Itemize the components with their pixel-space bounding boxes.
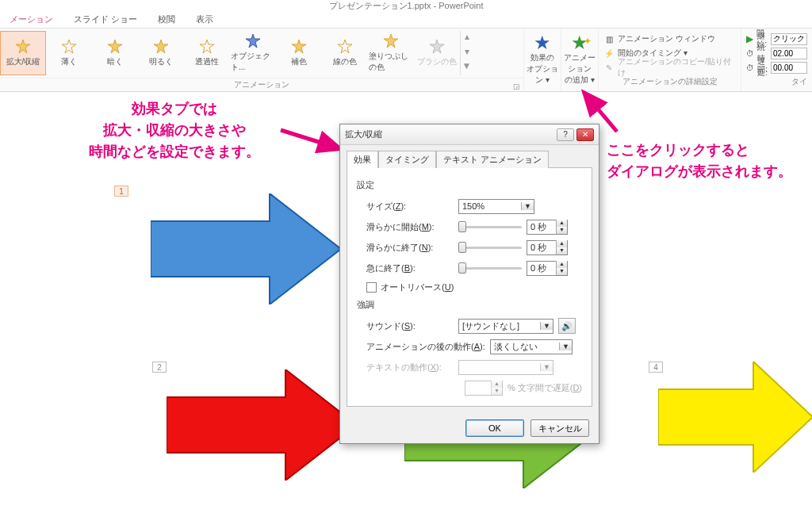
duration-input[interactable]	[771, 48, 807, 59]
star-icon	[61, 39, 77, 55]
svg-marker-4	[200, 40, 214, 53]
gallery-scroll[interactable]: ▴ ▾ ▼	[460, 31, 473, 75]
bounce-end-input[interactable]: 0 秒▲▼	[527, 261, 568, 276]
sound-preview-button[interactable]: 🔊	[558, 318, 576, 334]
shape-arrow-red[interactable]	[167, 369, 357, 480]
svg-marker-7	[338, 40, 352, 53]
svg-marker-1	[62, 40, 76, 53]
play-icon: ▶	[746, 33, 753, 44]
painter-icon: ✎	[603, 63, 615, 72]
group-label-animation: アニメーション ◲	[0, 78, 523, 90]
gallery-item[interactable]: 塗りつぶしの色	[368, 31, 414, 75]
shape-arrow-blue[interactable]	[151, 193, 341, 304]
group-label-advanced: アニメーションの詳細設定	[603, 75, 736, 88]
after-anim-label: アニメーションの後の動作(A):	[366, 341, 485, 353]
section-emphasis: 強調	[357, 299, 582, 311]
label: オプション ▾	[524, 63, 561, 86]
label: アニメーション	[561, 52, 598, 75]
tab-review[interactable]: 校閲	[155, 12, 178, 27]
tab-view[interactable]: 表示	[193, 12, 216, 27]
smooth-start-slider[interactable]	[458, 220, 522, 233]
start-combo[interactable]	[771, 33, 807, 45]
gallery-item[interactable]: 暗く	[92, 31, 138, 75]
svg-marker-0	[16, 40, 30, 53]
svg-marker-14	[151, 193, 341, 304]
smooth-end-input[interactable]: 0 秒▲▼	[527, 240, 568, 255]
animation-order-badge[interactable]: 1	[114, 186, 128, 197]
autoreverse-checkbox[interactable]	[366, 282, 377, 293]
delay-input[interactable]	[771, 62, 807, 74]
annotation-right: ここをクリックすると ダイアログが表示されます。	[607, 140, 812, 182]
smooth-end-slider[interactable]	[458, 241, 522, 254]
pink-arrow-icon	[278, 124, 349, 155]
svg-marker-9	[430, 40, 444, 53]
size-label: サイズ(Z):	[366, 201, 454, 212]
svg-marker-2	[108, 40, 122, 53]
dialog-buttons: OK キャンセル	[340, 413, 599, 443]
gallery-label: 暗く	[107, 56, 123, 67]
advanced-animation-group: ▥アニメーション ウィンドウ ⚡開始のタイミング ▾ ✎アニメーションのコピー/…	[598, 29, 741, 91]
gallery-label: 線の色	[333, 56, 357, 67]
dialog-body: 設定 サイズ(Z): 150%▼ 滑らかに開始(M): 0 秒▲▼ 滑らかに終了…	[347, 167, 592, 407]
tab-animation[interactable]: メーション	[6, 12, 56, 27]
gallery-item[interactable]: 透過性	[184, 31, 230, 75]
bounce-end-label: 急に終了(B):	[366, 262, 454, 274]
gallery-item[interactable]: 薄く	[46, 31, 92, 75]
star-icon: ★	[534, 33, 551, 52]
star-icon	[107, 39, 123, 55]
sound-label: サウンド(S):	[366, 320, 454, 332]
effect-options-button[interactable]: ★ 効果の オプション ▾	[523, 29, 561, 90]
star-icon	[245, 33, 261, 49]
after-anim-combo[interactable]: 淡くしない▼	[490, 339, 573, 354]
tab-timing[interactable]: タイミング	[378, 151, 436, 168]
chevron-down-icon[interactable]: ▼	[540, 322, 553, 330]
chevron-down-icon[interactable]: ▼	[559, 343, 572, 350]
star-icon	[199, 39, 215, 55]
dialog-titlebar[interactable]: 拡大/収縮 ? ✕	[340, 124, 599, 145]
gallery-label: 補色	[291, 56, 307, 67]
ribbon-tab-row: メーション スライド ショー 校閲 表示	[0, 11, 812, 29]
shape-arrow-yellow[interactable]	[658, 362, 812, 473]
svg-marker-15	[167, 369, 357, 480]
gallery-item[interactable]: ブラシの色	[414, 31, 460, 75]
smooth-start-label: 滑らかに開始(M):	[366, 221, 454, 233]
gallery-item-grow[interactable]: 拡大/収縮	[0, 31, 46, 75]
gallery-label: 薄く	[61, 56, 77, 67]
tab-text-animation[interactable]: テキスト アニメーション	[436, 151, 549, 168]
smooth-start-input[interactable]: 0 秒▲▼	[527, 220, 568, 235]
gallery-item[interactable]: 明るく	[138, 31, 184, 75]
svg-line-11	[281, 130, 341, 149]
gallery-item[interactable]: オブジェクト...	[230, 31, 276, 75]
section-settings: 設定	[357, 179, 582, 191]
svg-marker-6	[292, 40, 306, 53]
letter-delay-label: % 文字間で遅延(D)	[508, 382, 582, 394]
size-combo[interactable]: 150%▼	[458, 199, 534, 214]
label: の追加 ▾	[565, 75, 595, 86]
label: 効果の	[530, 52, 554, 63]
animation-gallery: 拡大/収縮 薄く 暗く 明るく 透過性 オブジェクト... 補色 線の色 塗りつ…	[0, 29, 523, 78]
add-animation-button[interactable]: ★✦ アニメーション の追加 ▾	[561, 29, 598, 90]
gallery-item[interactable]: 線の色	[322, 31, 368, 75]
gallery-label: 明るく	[149, 56, 173, 67]
animation-order-badge[interactable]: 2	[152, 362, 167, 373]
svg-marker-5	[246, 34, 260, 48]
bounce-end-slider[interactable]	[458, 262, 522, 274]
chevron-down-icon[interactable]: ▼	[521, 202, 534, 210]
ok-button[interactable]: OK	[465, 419, 524, 437]
tab-slideshow[interactable]: スライド ショー	[71, 12, 140, 27]
tab-effect[interactable]: 効果	[347, 151, 378, 168]
gallery-item[interactable]: 補色	[276, 31, 322, 75]
animation-painter-button[interactable]: ✎アニメーションのコピー/貼り付け	[603, 60, 736, 75]
dialog-launcher-icon[interactable]: ◲	[513, 80, 520, 93]
close-button[interactable]: ✕	[576, 128, 594, 141]
smooth-end-label: 滑らかに終了(N):	[366, 242, 454, 254]
animation-pane-button[interactable]: ▥アニメーション ウィンドウ	[603, 32, 736, 46]
text-anim-label: テキストの動作(X):	[366, 362, 454, 373]
star-icon	[337, 39, 353, 55]
cancel-button[interactable]: キャンセル	[530, 419, 589, 437]
sound-combo[interactable]: [サウンドなし]▼	[458, 319, 553, 334]
help-button[interactable]: ?	[557, 128, 574, 141]
pane-icon: ▥	[603, 35, 615, 44]
letter-delay-input: ▲▼	[465, 381, 503, 396]
animation-gallery-group: 拡大/収縮 薄く 暗く 明るく 透過性 オブジェクト... 補色 線の色 塗りつ…	[0, 29, 523, 91]
